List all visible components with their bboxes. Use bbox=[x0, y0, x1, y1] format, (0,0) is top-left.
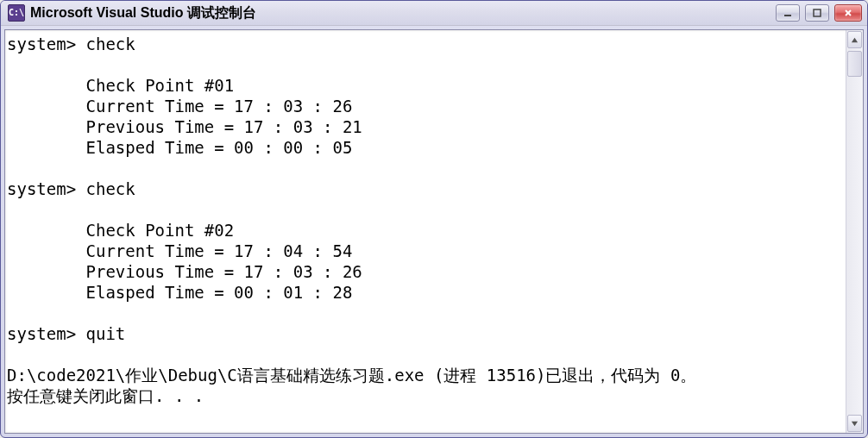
scroll-thumb[interactable] bbox=[847, 51, 862, 77]
svg-rect-1 bbox=[814, 9, 821, 16]
minimize-icon bbox=[783, 8, 793, 18]
svg-marker-5 bbox=[852, 421, 858, 425]
console-output[interactable]: system> check Check Point #01 Current Ti… bbox=[5, 30, 846, 433]
window-title: Microsoft Visual Studio 调试控制台 bbox=[30, 4, 769, 22]
scroll-up-button[interactable] bbox=[847, 31, 862, 48]
client-area: system> check Check Point #01 Current Ti… bbox=[4, 29, 864, 434]
console-window: C:\ Microsoft Visual Studio 调试控制台 s bbox=[0, 0, 868, 438]
chevron-down-icon bbox=[851, 420, 859, 428]
window-buttons bbox=[776, 4, 862, 22]
scroll-down-button[interactable] bbox=[847, 415, 862, 432]
close-icon bbox=[843, 8, 853, 18]
maximize-icon bbox=[812, 8, 822, 18]
minimize-button[interactable] bbox=[776, 4, 800, 22]
svg-rect-0 bbox=[784, 15, 791, 16]
close-button[interactable] bbox=[834, 4, 862, 22]
titlebar[interactable]: C:\ Microsoft Visual Studio 调试控制台 bbox=[1, 1, 867, 26]
maximize-button[interactable] bbox=[805, 4, 829, 22]
svg-line-3 bbox=[846, 10, 851, 16]
svg-line-2 bbox=[846, 10, 851, 16]
app-icon: C:\ bbox=[8, 4, 25, 22]
chevron-up-icon bbox=[851, 36, 859, 44]
vertical-scrollbar[interactable] bbox=[846, 30, 863, 433]
scroll-track[interactable] bbox=[847, 49, 862, 414]
svg-marker-4 bbox=[852, 37, 858, 41]
